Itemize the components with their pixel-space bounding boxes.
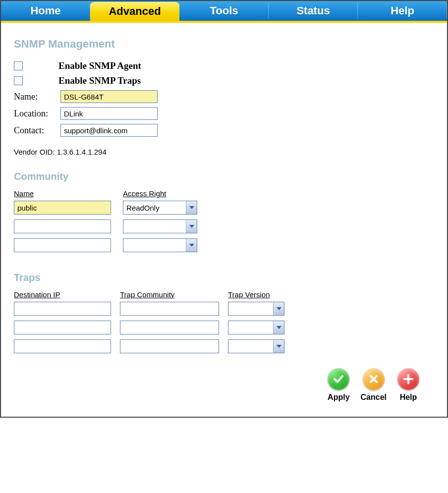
- trap-ver-0[interactable]: [228, 302, 284, 316]
- chevron-down-icon: [273, 321, 284, 334]
- trap-ver-1[interactable]: [228, 321, 284, 334]
- community-access-1[interactable]: [123, 219, 197, 233]
- svg-marker-5: [277, 345, 281, 348]
- trap-comm-1[interactable]: [120, 321, 219, 334]
- vendor-oid-label: Vendor OID:: [14, 148, 55, 156]
- community-name-2[interactable]: [14, 238, 111, 252]
- tab-home[interactable]: Home: [1, 1, 90, 21]
- trap-dest-0[interactable]: [14, 302, 111, 316]
- cancel-label: Cancel: [361, 393, 387, 402]
- trap-comm-0[interactable]: [120, 302, 219, 316]
- chevron-down-icon: [273, 340, 284, 353]
- traps-col-comm: Trap Community: [120, 290, 219, 299]
- tab-tools[interactable]: Tools: [179, 1, 269, 21]
- community-name-0[interactable]: [14, 201, 111, 215]
- trap-dest-2[interactable]: [14, 339, 111, 353]
- contact-label: Contact:: [14, 125, 60, 136]
- svg-marker-3: [277, 307, 281, 310]
- page-title: SNMP Management: [14, 38, 434, 51]
- apply-button[interactable]: Apply: [328, 368, 349, 402]
- location-input[interactable]: [60, 107, 158, 120]
- trap-dest-1[interactable]: [14, 321, 111, 334]
- contact-input[interactable]: [60, 124, 158, 137]
- chevron-down-icon: [186, 239, 197, 252]
- tab-bar: Home Advanced Tools Status Help: [1, 1, 447, 23]
- community-access-0-value: ReadOnly: [123, 204, 186, 212]
- check-icon: [328, 368, 349, 390]
- svg-marker-4: [277, 326, 281, 329]
- tab-help[interactable]: Help: [358, 1, 447, 21]
- community-access-2[interactable]: [123, 238, 197, 252]
- community-heading: Community: [14, 171, 434, 182]
- svg-marker-0: [189, 206, 194, 209]
- help-label: Help: [400, 393, 417, 402]
- vendor-oid-value: 1.3.6.1.4.1.294: [57, 148, 107, 156]
- plus-icon: [397, 368, 419, 390]
- enable-snmp-agent-label: Enable SNMP Agent: [58, 60, 141, 71]
- svg-marker-2: [189, 244, 194, 247]
- community-col-access: Access Right: [123, 189, 197, 198]
- name-input[interactable]: [60, 90, 158, 103]
- community-col-name: Name: [14, 189, 111, 198]
- trap-ver-2[interactable]: [228, 339, 284, 353]
- location-label: Location:: [14, 109, 60, 119]
- apply-label: Apply: [328, 393, 349, 402]
- trap-comm-2[interactable]: [120, 339, 219, 353]
- enable-snmp-traps-label: Enable SNMP Traps: [58, 75, 141, 86]
- chevron-down-icon: [186, 201, 197, 214]
- enable-snmp-agent-checkbox[interactable]: [14, 61, 23, 70]
- enable-snmp-traps-checkbox[interactable]: [14, 76, 23, 85]
- traps-heading: Traps: [14, 272, 434, 283]
- tab-status[interactable]: Status: [269, 1, 358, 21]
- help-button[interactable]: Help: [397, 368, 419, 402]
- community-name-1[interactable]: [14, 219, 111, 233]
- tab-advanced[interactable]: Advanced: [90, 2, 179, 21]
- traps-col-dest: Destination IP: [14, 290, 111, 299]
- cancel-button[interactable]: Cancel: [361, 368, 387, 402]
- close-icon: [363, 368, 385, 390]
- svg-marker-1: [189, 225, 194, 228]
- name-label: Name:: [14, 92, 60, 102]
- chevron-down-icon: [186, 220, 197, 233]
- community-access-0[interactable]: ReadOnly: [123, 201, 197, 215]
- traps-col-ver: Trap Version: [228, 290, 284, 299]
- chevron-down-icon: [273, 302, 284, 315]
